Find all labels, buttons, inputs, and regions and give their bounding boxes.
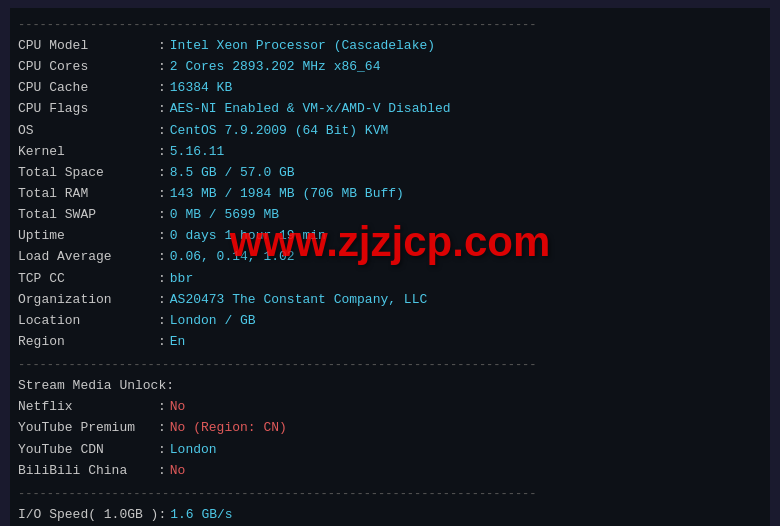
row-organization: Organization : AS20473 The Constant Comp… bbox=[18, 290, 762, 310]
row-netflix: Netflix : No bbox=[18, 397, 762, 417]
label-region: Region bbox=[18, 332, 158, 352]
label-location: Location bbox=[18, 311, 158, 331]
divider-top: ----------------------------------------… bbox=[18, 18, 762, 32]
label-netflix: Netflix bbox=[18, 397, 158, 417]
row-cpu-cache: CPU Cache : 16384 KB bbox=[18, 78, 762, 98]
row-total-space: Total Space : 8.5 GB / 57.0 GB bbox=[18, 163, 762, 183]
row-uptime: Uptime : 0 days 1 hour 19 min bbox=[18, 226, 762, 246]
row-load-average: Load Average : 0.06, 0.14, 1.02 bbox=[18, 247, 762, 267]
divider-media: ----------------------------------------… bbox=[18, 358, 762, 372]
row-cpu-model: CPU Model : Intel Xeon Processor (Cascad… bbox=[18, 36, 762, 56]
value-io-speed-1: 1.6 GB/s bbox=[170, 505, 232, 525]
row-bilibili-china: BiliBili China : No bbox=[18, 461, 762, 481]
value-location: London / GB bbox=[170, 311, 256, 331]
row-cpu-flags: CPU Flags : AES-NI Enabled & VM-x/AMD-V … bbox=[18, 99, 762, 119]
row-tcp-cc: TCP CC : bbr bbox=[18, 269, 762, 289]
label-kernel: Kernel bbox=[18, 142, 158, 162]
value-load-average: 0.06, 0.14, 1.02 bbox=[170, 247, 295, 267]
value-os: CentOS 7.9.2009 (64 Bit) KVM bbox=[170, 121, 388, 141]
value-netflix: No bbox=[170, 397, 186, 417]
label-io-speed-1: I/O Speed( 1.0GB ) bbox=[18, 505, 158, 525]
label-stream-media: Stream Media Unlock bbox=[18, 376, 166, 396]
row-cpu-cores: CPU Cores : 2 Cores 2893.202 MHz x86_64 bbox=[18, 57, 762, 77]
label-cpu-model: CPU Model bbox=[18, 36, 158, 56]
value-total-swap: 0 MB / 5699 MB bbox=[170, 205, 279, 225]
row-total-ram: Total RAM : 143 MB / 1984 MB (706 MB Buf… bbox=[18, 184, 762, 204]
value-youtube-premium: No (Region: CN) bbox=[170, 418, 287, 438]
value-tcp-cc: bbr bbox=[170, 269, 193, 289]
value-organization: AS20473 The Constant Company, LLC bbox=[170, 290, 427, 310]
row-youtube-premium: YouTube Premium : No (Region: CN) bbox=[18, 418, 762, 438]
value-cpu-flags: AES-NI Enabled & VM-x/AMD-V Disabled bbox=[170, 99, 451, 119]
value-cpu-model: Intel Xeon Processor (Cascadelake) bbox=[170, 36, 435, 56]
value-total-space: 8.5 GB / 57.0 GB bbox=[170, 163, 295, 183]
value-youtube-cdn: London bbox=[170, 440, 217, 460]
row-stream-media: Stream Media Unlock : bbox=[18, 376, 762, 396]
row-location: Location : London / GB bbox=[18, 311, 762, 331]
row-kernel: Kernel : 5.16.11 bbox=[18, 142, 762, 162]
label-bilibili-china: BiliBili China bbox=[18, 461, 158, 481]
label-load-average: Load Average bbox=[18, 247, 158, 267]
value-uptime: 0 days 1 hour 19 min bbox=[170, 226, 326, 246]
label-cpu-cores: CPU Cores bbox=[18, 57, 158, 77]
value-bilibili-china: No bbox=[170, 461, 186, 481]
row-region: Region : En bbox=[18, 332, 762, 352]
row-total-swap: Total SWAP : 0 MB / 5699 MB bbox=[18, 205, 762, 225]
label-cpu-flags: CPU Flags bbox=[18, 99, 158, 119]
label-os: OS bbox=[18, 121, 158, 141]
value-cpu-cache: 16384 KB bbox=[170, 78, 232, 98]
label-total-ram: Total RAM bbox=[18, 184, 158, 204]
label-youtube-cdn: YouTube CDN bbox=[18, 440, 158, 460]
label-cpu-cache: CPU Cache bbox=[18, 78, 158, 98]
label-total-space: Total Space bbox=[18, 163, 158, 183]
label-youtube-premium: YouTube Premium bbox=[18, 418, 158, 438]
row-io-speed-1: I/O Speed( 1.0GB ) : 1.6 GB/s bbox=[18, 505, 762, 525]
value-total-ram: 143 MB / 1984 MB (706 MB Buff) bbox=[170, 184, 404, 204]
divider-io: ----------------------------------------… bbox=[18, 487, 762, 501]
value-kernel: 5.16.11 bbox=[170, 142, 225, 162]
label-tcp-cc: TCP CC bbox=[18, 269, 158, 289]
label-organization: Organization bbox=[18, 290, 158, 310]
value-cpu-cores: 2 Cores 2893.202 MHz x86_64 bbox=[170, 57, 381, 77]
value-region: En bbox=[170, 332, 186, 352]
label-uptime: Uptime bbox=[18, 226, 158, 246]
row-youtube-cdn: YouTube CDN : London bbox=[18, 440, 762, 460]
label-total-swap: Total SWAP bbox=[18, 205, 158, 225]
row-os: OS : CentOS 7.9.2009 (64 Bit) KVM bbox=[18, 121, 762, 141]
